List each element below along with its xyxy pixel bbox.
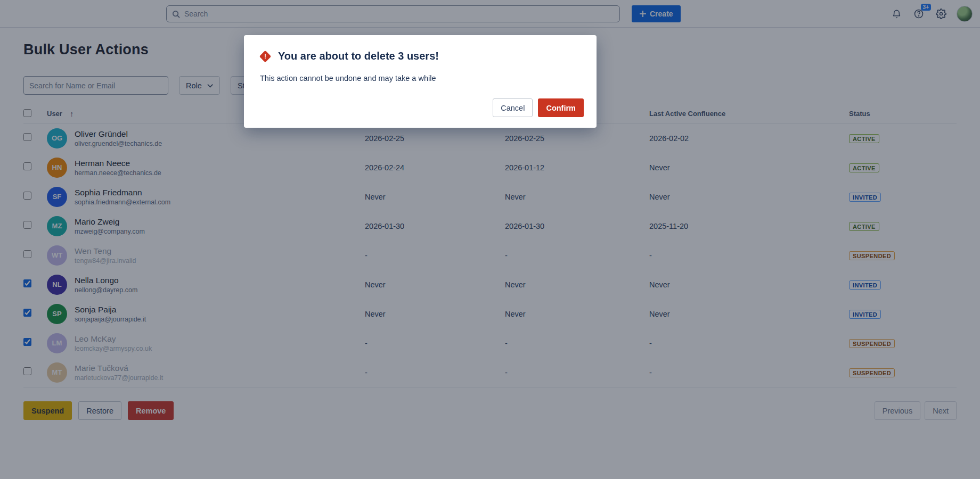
warning-icon [259,50,272,62]
cancel-button[interactable]: Cancel [493,98,533,117]
confirm-button[interactable]: Confirm [538,98,584,117]
dialog-title: You are about to delete 3 users! [278,50,439,62]
delete-confirmation-dialog: You are about to delete 3 users! This ac… [244,35,597,128]
dialog-message: This action cannot be undone and may tak… [260,74,581,82]
